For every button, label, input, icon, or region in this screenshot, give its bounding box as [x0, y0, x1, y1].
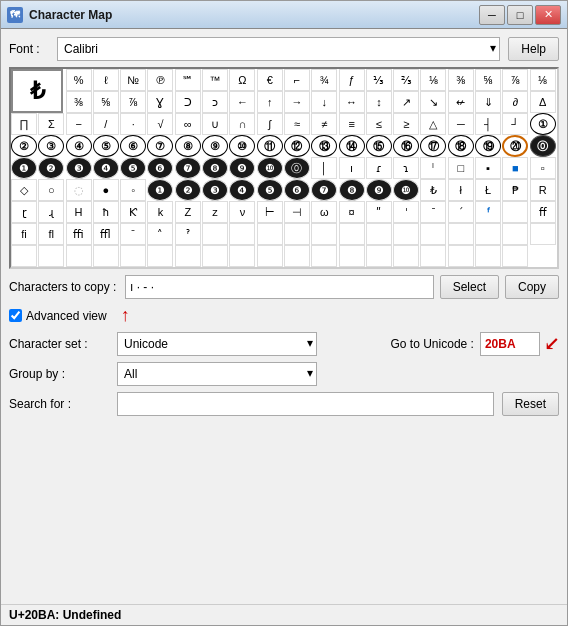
char-cell[interactable]: ∫ — [257, 113, 283, 135]
char-cell[interactable]: □ — [448, 157, 474, 179]
char-cell[interactable]: ɻ — [38, 201, 64, 223]
char-cell[interactable]: ˀ — [175, 223, 201, 245]
goto-input[interactable] — [480, 332, 540, 356]
char-cell[interactable] — [120, 245, 146, 267]
advanced-view-checkbox-wrap[interactable]: Advanced view — [9, 309, 107, 323]
char-cell[interactable]: ∞ — [175, 113, 201, 135]
char-cell[interactable]: ← — [229, 91, 255, 113]
char-cell[interactable]: H — [66, 201, 92, 223]
char-cell[interactable]: ◦ — [120, 179, 146, 201]
char-cell[interactable]: ⌐ — [284, 69, 310, 91]
char-cell-lira-big[interactable]: ₺ — [11, 69, 63, 113]
char-cell[interactable] — [530, 223, 556, 245]
char-cell-filled-large[interactable]: ❽ — [339, 179, 365, 201]
char-cell[interactable]: ℓ — [93, 69, 119, 91]
char-cell[interactable]: ⅔ — [393, 69, 419, 91]
advanced-view-label[interactable]: Advanced view — [26, 309, 107, 323]
char-cell[interactable]: ↄ — [202, 91, 228, 113]
char-cell-filled-large[interactable]: ❷ — [175, 179, 201, 201]
char-cell-filled[interactable]: ❷ — [38, 157, 64, 179]
char-cell[interactable]: ≥ — [393, 113, 419, 135]
char-cell[interactable]: ˄ — [147, 223, 173, 245]
char-cell[interactable]: ┤ — [475, 113, 501, 135]
char-cell-filled-large[interactable]: ❺ — [257, 179, 283, 201]
char-cell[interactable]: ɿ — [393, 157, 419, 179]
char-cell[interactable]: z — [202, 201, 228, 223]
char-cell[interactable] — [66, 245, 92, 267]
char-cell-filled[interactable]: ❽ — [202, 157, 228, 179]
char-cell-filled[interactable]: ❾ — [229, 157, 255, 179]
char-cell[interactable]: ↘ — [420, 91, 446, 113]
advanced-view-checkbox[interactable] — [9, 309, 22, 322]
char-cell[interactable]: ˊ — [448, 201, 474, 223]
char-cell[interactable]: ⅛ — [420, 69, 446, 91]
char-cell[interactable]: ⇓ — [475, 91, 501, 113]
char-cell[interactable] — [366, 245, 392, 267]
select-button[interactable]: Select — [440, 275, 499, 299]
search-input[interactable] — [117, 392, 494, 416]
char-cell[interactable] — [502, 201, 528, 223]
char-cell[interactable]: ↔ — [339, 91, 365, 113]
char-cell[interactable]: Ↄ — [175, 91, 201, 113]
close-button[interactable]: ✕ — [535, 5, 561, 25]
char-cell[interactable] — [202, 245, 228, 267]
char-cell[interactable] — [11, 245, 37, 267]
char-cell[interactable]: ˉ — [420, 201, 446, 223]
char-cell[interactable]: ⅛ — [530, 69, 556, 91]
char-cell[interactable]: ○ — [38, 179, 64, 201]
char-cell-circled[interactable]: ⑫ — [284, 135, 310, 157]
char-cell[interactable]: ™ — [202, 69, 228, 91]
char-cell-circled[interactable]: ⑱ — [448, 135, 474, 157]
char-cell[interactable]: ∙ — [120, 113, 146, 135]
char-cell[interactable]: ≠ — [311, 113, 337, 135]
char-cell[interactable]: Σ — [38, 113, 64, 135]
char-cell[interactable]: / — [93, 113, 119, 135]
char-cell[interactable] — [502, 223, 528, 245]
char-cell[interactable]: Δ — [530, 91, 556, 113]
char-cell[interactable]: ʺ — [366, 201, 392, 223]
char-cell[interactable]: √ — [147, 113, 173, 135]
char-cell-filled-large[interactable]: ❼ — [311, 179, 337, 201]
char-cell[interactable]: ₱ — [502, 179, 528, 201]
char-cell[interactable]: ɾ — [366, 157, 392, 179]
char-cell[interactable]: ﬁ — [11, 223, 37, 245]
char-cell[interactable]: Ω — [229, 69, 255, 91]
char-cell-filled-large[interactable]: ❶ — [147, 179, 173, 201]
char-cell[interactable] — [393, 245, 419, 267]
charset-select[interactable]: Unicode Windows: Western — [117, 332, 317, 356]
char-cell[interactable]: № — [120, 69, 146, 91]
char-cell-filled-large[interactable]: ❿ — [393, 179, 419, 201]
char-cell[interactable]: ● — [93, 179, 119, 201]
char-cell[interactable]: Ƙ — [120, 201, 146, 223]
char-cell-filled[interactable]: ❸ — [66, 157, 92, 179]
char-cell[interactable]: ˉ — [120, 223, 146, 245]
reset-button[interactable]: Reset — [502, 392, 559, 416]
char-cell[interactable] — [339, 245, 365, 267]
char-cell[interactable]: ﬃ — [66, 223, 92, 245]
char-cell[interactable] — [38, 245, 64, 267]
char-cell-filled[interactable]: ❹ — [93, 157, 119, 179]
char-cell[interactable]: ⊣ — [284, 201, 310, 223]
char-cell[interactable]: ˈ — [393, 201, 419, 223]
char-cell[interactable]: ↚ — [448, 91, 474, 113]
char-cell-circled[interactable]: ⑮ — [366, 135, 392, 157]
char-cell[interactable]: ħ — [93, 201, 119, 223]
char-cell[interactable]: ◌ — [66, 179, 92, 201]
char-cell[interactable] — [393, 223, 419, 245]
char-cell[interactable] — [420, 223, 446, 245]
char-cell-filled[interactable]: ❿ — [257, 157, 283, 179]
char-cell-circled[interactable]: ⑦ — [147, 135, 173, 157]
char-cell[interactable]: Ł — [475, 179, 501, 201]
char-cell[interactable]: ɽ — [11, 201, 37, 223]
char-cell[interactable] — [311, 245, 337, 267]
char-cell-circled[interactable]: ⑯ — [393, 135, 419, 157]
char-cell[interactable]: ℠ — [175, 69, 201, 91]
char-cell-circled[interactable]: ① — [530, 113, 556, 135]
char-cell-filled-large[interactable]: ❸ — [202, 179, 228, 201]
font-select[interactable]: Calibri — [57, 37, 500, 61]
char-cell[interactable]: ¤ — [339, 201, 365, 223]
char-cell[interactable]: ℗ — [147, 69, 173, 91]
char-cell[interactable]: ∏ — [11, 113, 37, 135]
char-cell-circled[interactable]: ⑥ — [120, 135, 146, 157]
char-cell-circled[interactable]: ② — [11, 135, 37, 157]
